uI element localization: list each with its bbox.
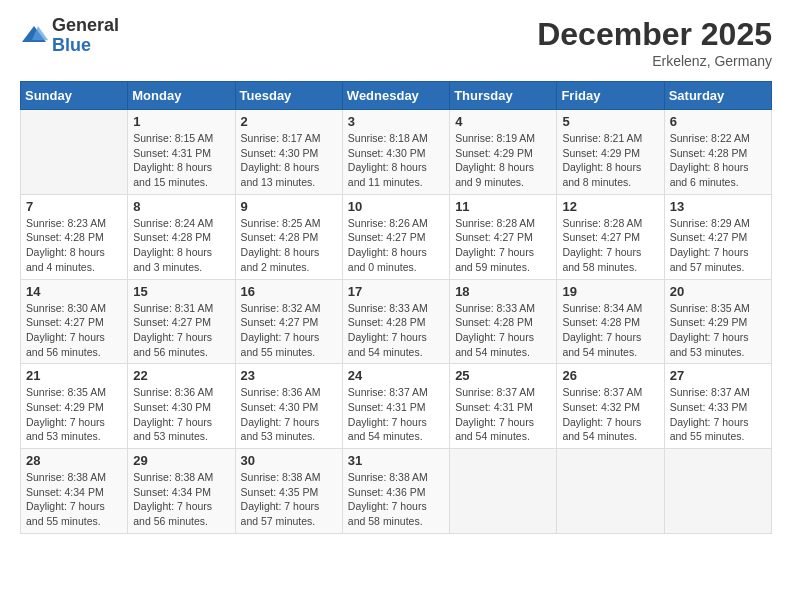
day-number: 9 [241, 199, 337, 214]
calendar-cell: 13Sunrise: 8:29 AM Sunset: 4:27 PM Dayli… [664, 194, 771, 279]
day-number: 21 [26, 368, 122, 383]
calendar-cell [450, 449, 557, 534]
calendar-cell: 2Sunrise: 8:17 AM Sunset: 4:30 PM Daylig… [235, 110, 342, 195]
calendar-cell: 3Sunrise: 8:18 AM Sunset: 4:30 PM Daylig… [342, 110, 449, 195]
day-info: Sunrise: 8:30 AM Sunset: 4:27 PM Dayligh… [26, 301, 122, 360]
day-info: Sunrise: 8:32 AM Sunset: 4:27 PM Dayligh… [241, 301, 337, 360]
calendar-cell: 24Sunrise: 8:37 AM Sunset: 4:31 PM Dayli… [342, 364, 449, 449]
day-info: Sunrise: 8:25 AM Sunset: 4:28 PM Dayligh… [241, 216, 337, 275]
day-info: Sunrise: 8:29 AM Sunset: 4:27 PM Dayligh… [670, 216, 766, 275]
day-number: 8 [133, 199, 229, 214]
day-info: Sunrise: 8:37 AM Sunset: 4:33 PM Dayligh… [670, 385, 766, 444]
month-title: December 2025 [537, 16, 772, 53]
logo-blue: Blue [52, 35, 91, 55]
day-info: Sunrise: 8:31 AM Sunset: 4:27 PM Dayligh… [133, 301, 229, 360]
day-number: 14 [26, 284, 122, 299]
day-info: Sunrise: 8:24 AM Sunset: 4:28 PM Dayligh… [133, 216, 229, 275]
day-info: Sunrise: 8:28 AM Sunset: 4:27 PM Dayligh… [455, 216, 551, 275]
day-info: Sunrise: 8:35 AM Sunset: 4:29 PM Dayligh… [26, 385, 122, 444]
calendar-cell: 19Sunrise: 8:34 AM Sunset: 4:28 PM Dayli… [557, 279, 664, 364]
calendar-cell: 14Sunrise: 8:30 AM Sunset: 4:27 PM Dayli… [21, 279, 128, 364]
day-number: 15 [133, 284, 229, 299]
day-of-week-header: Thursday [450, 82, 557, 110]
day-number: 18 [455, 284, 551, 299]
day-number: 20 [670, 284, 766, 299]
day-number: 19 [562, 284, 658, 299]
calendar-cell: 11Sunrise: 8:28 AM Sunset: 4:27 PM Dayli… [450, 194, 557, 279]
calendar-week-row: 14Sunrise: 8:30 AM Sunset: 4:27 PM Dayli… [21, 279, 772, 364]
day-number: 23 [241, 368, 337, 383]
day-info: Sunrise: 8:19 AM Sunset: 4:29 PM Dayligh… [455, 131, 551, 190]
day-info: Sunrise: 8:18 AM Sunset: 4:30 PM Dayligh… [348, 131, 444, 190]
location-subtitle: Erkelenz, Germany [537, 53, 772, 69]
calendar-cell: 7Sunrise: 8:23 AM Sunset: 4:28 PM Daylig… [21, 194, 128, 279]
calendar-cell [21, 110, 128, 195]
day-number: 25 [455, 368, 551, 383]
calendar-cell: 28Sunrise: 8:38 AM Sunset: 4:34 PM Dayli… [21, 449, 128, 534]
day-number: 6 [670, 114, 766, 129]
day-of-week-header: Sunday [21, 82, 128, 110]
day-info: Sunrise: 8:38 AM Sunset: 4:36 PM Dayligh… [348, 470, 444, 529]
calendar-table: SundayMondayTuesdayWednesdayThursdayFrid… [20, 81, 772, 534]
day-number: 7 [26, 199, 122, 214]
calendar-cell [664, 449, 771, 534]
day-number: 24 [348, 368, 444, 383]
calendar-cell: 29Sunrise: 8:38 AM Sunset: 4:34 PM Dayli… [128, 449, 235, 534]
title-block: December 2025 Erkelenz, Germany [537, 16, 772, 69]
day-info: Sunrise: 8:15 AM Sunset: 4:31 PM Dayligh… [133, 131, 229, 190]
calendar-cell [557, 449, 664, 534]
day-number: 4 [455, 114, 551, 129]
calendar-cell: 4Sunrise: 8:19 AM Sunset: 4:29 PM Daylig… [450, 110, 557, 195]
day-number: 27 [670, 368, 766, 383]
calendar-week-row: 7Sunrise: 8:23 AM Sunset: 4:28 PM Daylig… [21, 194, 772, 279]
calendar-cell: 16Sunrise: 8:32 AM Sunset: 4:27 PM Dayli… [235, 279, 342, 364]
calendar-cell: 20Sunrise: 8:35 AM Sunset: 4:29 PM Dayli… [664, 279, 771, 364]
day-info: Sunrise: 8:17 AM Sunset: 4:30 PM Dayligh… [241, 131, 337, 190]
calendar-cell: 26Sunrise: 8:37 AM Sunset: 4:32 PM Dayli… [557, 364, 664, 449]
day-of-week-header: Wednesday [342, 82, 449, 110]
logo: General Blue [20, 16, 119, 56]
calendar-week-row: 1Sunrise: 8:15 AM Sunset: 4:31 PM Daylig… [21, 110, 772, 195]
calendar-cell: 31Sunrise: 8:38 AM Sunset: 4:36 PM Dayli… [342, 449, 449, 534]
calendar-cell: 8Sunrise: 8:24 AM Sunset: 4:28 PM Daylig… [128, 194, 235, 279]
day-info: Sunrise: 8:36 AM Sunset: 4:30 PM Dayligh… [133, 385, 229, 444]
day-number: 1 [133, 114, 229, 129]
page-header: General Blue December 2025 Erkelenz, Ger… [20, 16, 772, 69]
day-info: Sunrise: 8:37 AM Sunset: 4:32 PM Dayligh… [562, 385, 658, 444]
calendar-cell: 21Sunrise: 8:35 AM Sunset: 4:29 PM Dayli… [21, 364, 128, 449]
calendar-week-row: 21Sunrise: 8:35 AM Sunset: 4:29 PM Dayli… [21, 364, 772, 449]
day-number: 29 [133, 453, 229, 468]
day-number: 26 [562, 368, 658, 383]
calendar-cell: 23Sunrise: 8:36 AM Sunset: 4:30 PM Dayli… [235, 364, 342, 449]
calendar-cell: 12Sunrise: 8:28 AM Sunset: 4:27 PM Dayli… [557, 194, 664, 279]
calendar-cell: 5Sunrise: 8:21 AM Sunset: 4:29 PM Daylig… [557, 110, 664, 195]
day-info: Sunrise: 8:38 AM Sunset: 4:35 PM Dayligh… [241, 470, 337, 529]
day-of-week-header: Saturday [664, 82, 771, 110]
day-info: Sunrise: 8:28 AM Sunset: 4:27 PM Dayligh… [562, 216, 658, 275]
day-info: Sunrise: 8:26 AM Sunset: 4:27 PM Dayligh… [348, 216, 444, 275]
day-number: 2 [241, 114, 337, 129]
calendar-cell: 22Sunrise: 8:36 AM Sunset: 4:30 PM Dayli… [128, 364, 235, 449]
day-info: Sunrise: 8:21 AM Sunset: 4:29 PM Dayligh… [562, 131, 658, 190]
calendar-cell: 1Sunrise: 8:15 AM Sunset: 4:31 PM Daylig… [128, 110, 235, 195]
logo-general: General [52, 15, 119, 35]
day-info: Sunrise: 8:35 AM Sunset: 4:29 PM Dayligh… [670, 301, 766, 360]
calendar-cell: 25Sunrise: 8:37 AM Sunset: 4:31 PM Dayli… [450, 364, 557, 449]
day-number: 22 [133, 368, 229, 383]
day-number: 3 [348, 114, 444, 129]
day-of-week-header: Monday [128, 82, 235, 110]
day-of-week-header: Tuesday [235, 82, 342, 110]
day-info: Sunrise: 8:33 AM Sunset: 4:28 PM Dayligh… [455, 301, 551, 360]
day-number: 17 [348, 284, 444, 299]
day-info: Sunrise: 8:22 AM Sunset: 4:28 PM Dayligh… [670, 131, 766, 190]
day-info: Sunrise: 8:23 AM Sunset: 4:28 PM Dayligh… [26, 216, 122, 275]
calendar-week-row: 28Sunrise: 8:38 AM Sunset: 4:34 PM Dayli… [21, 449, 772, 534]
calendar-cell: 15Sunrise: 8:31 AM Sunset: 4:27 PM Dayli… [128, 279, 235, 364]
day-info: Sunrise: 8:33 AM Sunset: 4:28 PM Dayligh… [348, 301, 444, 360]
calendar-cell: 27Sunrise: 8:37 AM Sunset: 4:33 PM Dayli… [664, 364, 771, 449]
logo-icon [20, 22, 48, 50]
day-number: 11 [455, 199, 551, 214]
day-info: Sunrise: 8:37 AM Sunset: 4:31 PM Dayligh… [455, 385, 551, 444]
calendar-cell: 30Sunrise: 8:38 AM Sunset: 4:35 PM Dayli… [235, 449, 342, 534]
calendar-cell: 18Sunrise: 8:33 AM Sunset: 4:28 PM Dayli… [450, 279, 557, 364]
